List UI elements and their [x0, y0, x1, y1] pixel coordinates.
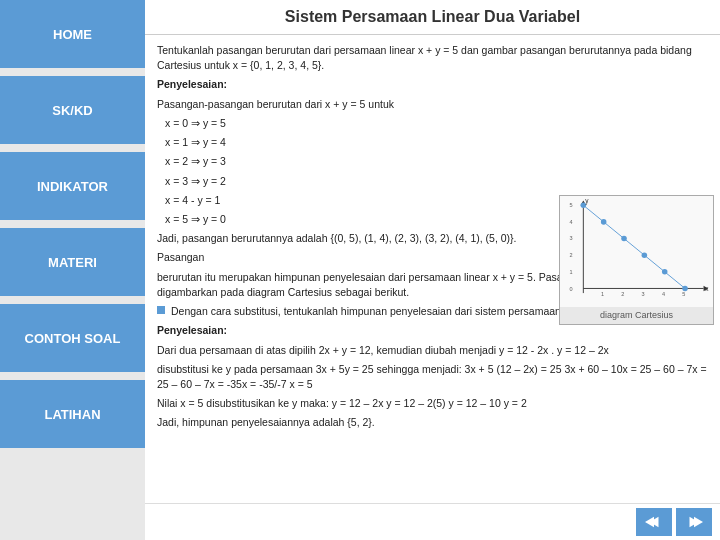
svg-text:1: 1: [569, 269, 572, 275]
penyelesaian-label-2: Penyelesaian:: [157, 323, 708, 338]
sidebar-item-sk-kd[interactable]: SK/KD: [0, 76, 145, 144]
math-line-3: x = 3 ⇒ y = 2: [165, 174, 708, 189]
sidebar-item-indikator-label: INDIKATOR: [37, 179, 108, 194]
svg-text:1: 1: [601, 291, 604, 297]
svg-text:4: 4: [569, 219, 572, 225]
svg-text:3: 3: [569, 235, 572, 241]
pasangan-label: Pasangan-pasangan berurutan dari x + y =…: [157, 97, 708, 112]
title-bar: Sistem Persamaan Linear Dua Variabel: [145, 0, 720, 35]
svg-text:5: 5: [569, 202, 572, 208]
prev-button[interactable]: [636, 508, 672, 536]
svg-text:5: 5: [682, 291, 685, 297]
disubstitusi-text: disubstitusi ke y pada persamaan 3x + 5y…: [157, 362, 708, 392]
svg-text:2: 2: [621, 291, 624, 297]
math-line-2: x = 2 ⇒ y = 3: [165, 154, 708, 169]
svg-marker-25: [645, 517, 654, 528]
svg-text:4: 4: [662, 291, 665, 297]
svg-line-10: [583, 205, 685, 288]
svg-text:x: x: [705, 285, 709, 292]
penyelesaian-label-1: Penyelesaian:: [157, 77, 708, 92]
sidebar-item-home[interactable]: HOME: [0, 0, 145, 68]
main-content: Sistem Persamaan Linear Dua Variabel Ten…: [145, 0, 720, 540]
svg-marker-27: [694, 517, 703, 528]
svg-text:0: 0: [569, 286, 572, 292]
nilai-text: Nilai x = 5 disubstitusikan ke y maka: y…: [157, 396, 708, 411]
prev-icon: [645, 513, 663, 531]
sidebar-item-sk-kd-label: SK/KD: [52, 103, 92, 118]
svg-text:3: 3: [642, 291, 645, 297]
sidebar-item-contoh-soal-label: CONTOH SOAL: [25, 331, 121, 346]
svg-text:y: y: [585, 197, 589, 205]
diagram-cartesius: y x 1 2 3 4 5 0 1 2 3 4 5 diagram Cartes…: [559, 195, 714, 325]
bottom-nav: [145, 503, 720, 540]
sidebar-item-home-label: HOME: [53, 27, 92, 42]
diagram-label: diagram Cartesius: [560, 307, 713, 324]
sidebar-item-materi-label: MATERI: [48, 255, 97, 270]
sidebar-item-materi[interactable]: MATERI: [0, 228, 145, 296]
bullet-square-icon: [157, 306, 165, 314]
next-icon: [685, 513, 703, 531]
next-button[interactable]: [676, 508, 712, 536]
content-body: Tentukanlah pasangan berurutan dari pers…: [145, 35, 720, 503]
jadi-text-2: Jadi, himpunan penyelesaiannya adalah {5…: [157, 415, 708, 430]
sidebar-item-latihan-label: LATIHAN: [44, 407, 100, 422]
svg-text:2: 2: [569, 252, 572, 258]
sidebar: HOME SK/KD INDIKATOR MATERI CONTOH SOAL …: [0, 0, 145, 540]
math-line-0: x = 0 ⇒ y = 5: [165, 116, 708, 131]
diagram-svg: y x 1 2 3 4 5 0 1 2 3 4 5: [560, 196, 713, 307]
sidebar-item-indikator[interactable]: INDIKATOR: [0, 152, 145, 220]
sidebar-item-latihan[interactable]: LATIHAN: [0, 380, 145, 448]
sidebar-item-contoh-soal[interactable]: CONTOH SOAL: [0, 304, 145, 372]
math-line-1: x = 1 ⇒ y = 4: [165, 135, 708, 150]
intro-text: Tentukanlah pasangan berurutan dari pers…: [157, 43, 708, 73]
page-title: Sistem Persamaan Linear Dua Variabel: [157, 8, 708, 26]
dari-text: Dari dua persamaan di atas dipilih 2x + …: [157, 343, 708, 358]
